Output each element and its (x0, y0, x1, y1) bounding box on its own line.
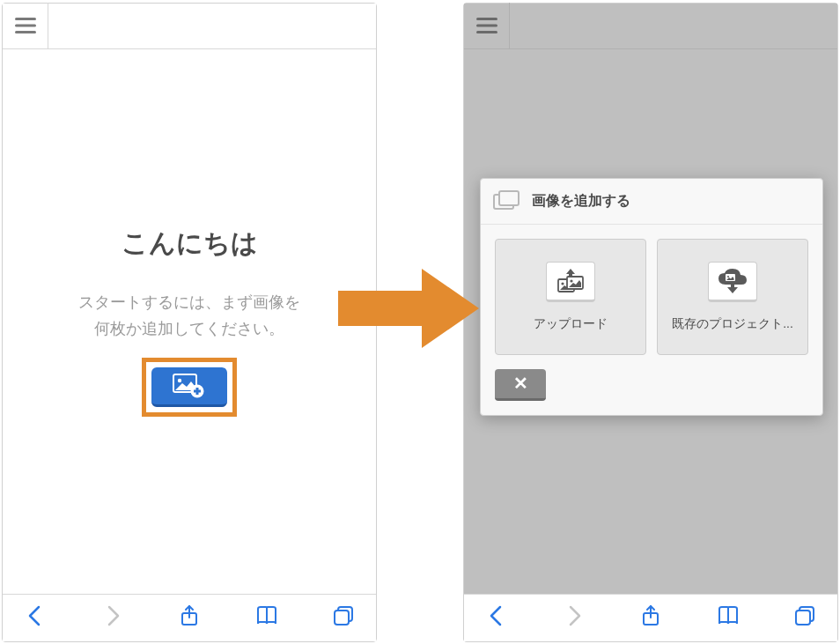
share-icon (639, 604, 662, 627)
welcome-title: こんにちは (122, 226, 258, 262)
tabs-button[interactable] (332, 604, 355, 631)
back-button[interactable] (24, 604, 47, 631)
upload-option[interactable]: アップロード (495, 239, 646, 355)
chevron-left-icon (24, 604, 47, 627)
browser-toolbar (3, 594, 376, 641)
menu-button[interactable] (3, 3, 48, 48)
book-icon (255, 604, 278, 627)
book-icon (717, 604, 740, 627)
menu-button[interactable] (464, 3, 510, 48)
existing-project-option[interactable]: 既存のプロジェクト... (657, 239, 808, 355)
add-image-icon (173, 374, 206, 398)
svg-rect-7 (194, 390, 201, 393)
transition-arrow (338, 264, 479, 352)
dimmed-content: 画像を追加する (464, 49, 837, 594)
top-bar (464, 4, 837, 49)
cloud-icon-button (708, 262, 757, 302)
dialog-footer: ✕ (481, 369, 822, 415)
dialog-header: 画像を追加する (481, 179, 822, 225)
welcome-content: こんにちは スタートするには、まず画像を 何枚か追加してください。 (3, 49, 376, 594)
screen-before: こんにちは スタートするには、まず画像を 何枚か追加してください。 (2, 3, 377, 642)
back-button[interactable] (485, 604, 508, 631)
chevron-right-icon (101, 604, 124, 627)
svg-point-4 (178, 379, 181, 382)
tabs-button[interactable] (793, 604, 816, 631)
svg-rect-12 (476, 18, 497, 20)
bookmarks-button[interactable] (717, 604, 740, 631)
screen-after: 画像を追加する (463, 3, 838, 642)
upload-icon-button (546, 262, 595, 302)
chevron-left-icon (485, 604, 508, 627)
bookmarks-button[interactable] (255, 604, 278, 631)
dialog-body: アップロード 既 (481, 225, 822, 369)
close-button[interactable]: ✕ (495, 369, 546, 401)
upload-icon (556, 268, 586, 294)
add-image-dialog: 画像を追加する (480, 178, 823, 416)
add-image-highlight (142, 358, 237, 417)
images-icon (493, 190, 521, 211)
svg-rect-1 (15, 25, 36, 27)
svg-point-20 (570, 279, 572, 282)
top-bar (3, 4, 376, 49)
tabs-icon (793, 604, 816, 627)
forward-button[interactable] (101, 604, 124, 631)
dialog-title: 画像を追加する (532, 192, 630, 211)
svg-rect-13 (476, 25, 497, 27)
welcome-subtitle: スタートするには、まず画像を 何枚か追加してください。 (78, 290, 300, 342)
svg-rect-0 (15, 18, 36, 20)
tabs-icon (332, 604, 355, 627)
svg-point-18 (561, 282, 564, 285)
share-button[interactable] (178, 604, 201, 631)
cloud-download-icon (715, 267, 750, 295)
svg-rect-14 (476, 31, 497, 33)
upload-label: アップロード (534, 316, 608, 332)
hamburger-icon (15, 17, 36, 34)
svg-rect-2 (15, 31, 36, 33)
share-icon (178, 604, 201, 627)
svg-point-22 (727, 276, 729, 278)
svg-rect-11 (335, 611, 349, 625)
svg-rect-16 (499, 191, 519, 205)
chevron-right-icon (563, 604, 586, 627)
close-icon: ✕ (513, 373, 528, 394)
svg-rect-27 (796, 611, 810, 625)
hamburger-icon (476, 17, 497, 34)
svg-rect-23 (731, 282, 734, 287)
forward-button[interactable] (563, 604, 586, 631)
browser-toolbar (464, 594, 837, 641)
existing-project-label: 既存のプロジェクト... (672, 316, 793, 332)
share-button[interactable] (639, 604, 662, 631)
add-image-button[interactable] (151, 367, 227, 407)
